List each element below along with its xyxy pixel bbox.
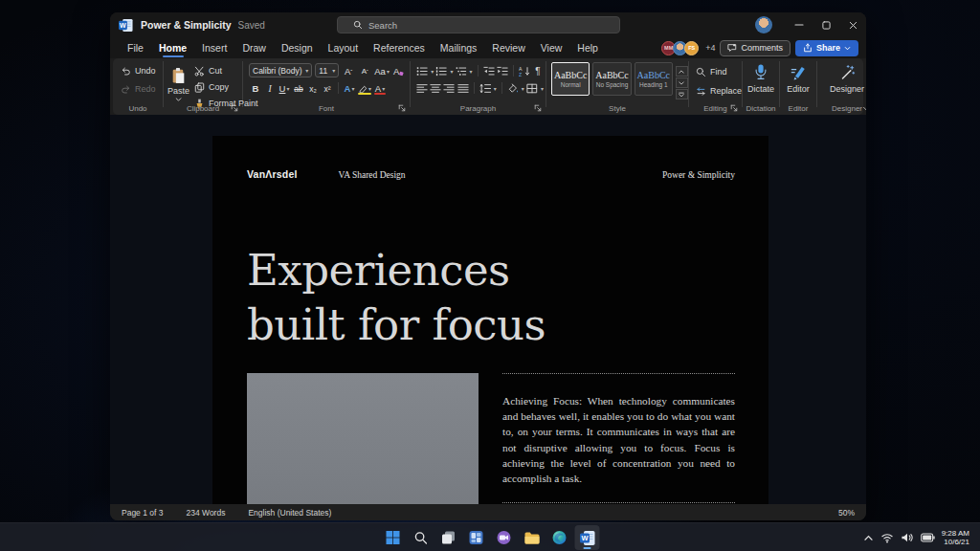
document-canvas[interactable]: VanΛrsdel VA Shared Design Power & Simpl… <box>110 115 866 504</box>
taskbar-search-button[interactable] <box>409 525 434 550</box>
line-spacing-button[interactable] <box>479 81 491 95</box>
style-gallery-down-button[interactable] <box>676 77 688 88</box>
search-icon <box>413 531 428 545</box>
language-indicator[interactable]: English (United States) <box>248 508 331 518</box>
redo-icon <box>121 84 131 95</box>
widgets-button[interactable] <box>464 525 489 550</box>
tab-draw[interactable]: Draw <box>234 37 274 58</box>
decrease-indent-button[interactable] <box>482 64 494 77</box>
collapse-ribbon-chevron-icon[interactable] <box>862 106 866 112</box>
minimize-button[interactable] <box>786 12 813 37</box>
comments-button[interactable]: Comments <box>720 40 791 56</box>
ribbon: Undo Redo Undo <box>113 58 863 115</box>
replace-button[interactable]: Replace <box>696 84 742 98</box>
multilevel-list-button[interactable] <box>455 64 466 77</box>
borders-button[interactable] <box>526 81 538 95</box>
tab-review[interactable]: Review <box>484 37 532 58</box>
share-button[interactable]: Share <box>795 40 858 56</box>
tab-insert[interactable]: Insert <box>194 37 234 58</box>
zoom-level[interactable]: 50% <box>838 508 855 518</box>
shading-button[interactable] <box>507 81 519 95</box>
edge-browser-button[interactable] <box>547 525 572 550</box>
page-indicator[interactable]: Page 1 of 3 <box>122 508 163 518</box>
show-formatting-button[interactable]: ¶ <box>532 64 544 77</box>
tab-references[interactable]: References <box>366 37 433 58</box>
dictate-button[interactable]: Dictate <box>743 58 779 94</box>
redo-button[interactable]: Redo <box>121 82 163 96</box>
tab-help[interactable]: Help <box>569 37 606 58</box>
document-page[interactable]: VanΛrsdel VA Shared Design Power & Simpl… <box>212 136 768 504</box>
font-color-button[interactable]: A▾ <box>373 81 387 95</box>
align-left-button[interactable] <box>416 81 428 95</box>
wifi-icon[interactable] <box>880 532 894 543</box>
word-count[interactable]: 234 Words <box>186 508 225 518</box>
tab-file[interactable]: File <box>120 37 151 58</box>
undo-button[interactable]: Undo <box>121 64 163 77</box>
clear-formatting-button[interactable]: A <box>392 64 406 77</box>
user-avatar[interactable] <box>755 16 772 33</box>
align-right-button[interactable] <box>443 81 455 95</box>
battery-icon[interactable] <box>921 533 935 542</box>
designer-button[interactable]: Designer <box>817 58 866 94</box>
shrink-font-button[interactable]: Aˇ <box>358 64 371 77</box>
dotted-divider-top <box>502 373 735 374</box>
tab-home[interactable]: Home <box>151 37 194 58</box>
ribbon-group-editor: Editor Editor <box>780 58 816 115</box>
paragraph-dialog-launcher-icon[interactable] <box>534 104 542 112</box>
style-normal[interactable]: AaBbCc Normal <box>551 62 590 96</box>
tab-design[interactable]: Design <box>274 37 321 58</box>
editor-button[interactable]: Editor <box>780 58 816 94</box>
clipboard-dialog-launcher-icon[interactable] <box>231 104 238 112</box>
font-dialog-launcher-icon[interactable] <box>398 104 406 112</box>
speaker-icon[interactable] <box>901 532 914 543</box>
dictate-mic-icon <box>752 63 769 82</box>
collaborator-avatars[interactable]: MM FS <box>661 41 699 55</box>
increase-indent-button[interactable] <box>497 64 508 77</box>
superscript-button[interactable]: x² <box>321 81 334 95</box>
more-collaborators[interactable]: +4 <box>705 43 715 53</box>
font-size-select[interactable]: 11▾ <box>315 63 339 77</box>
maximize-button[interactable] <box>813 12 839 37</box>
sort-az-icon: A Z <box>519 66 530 77</box>
desktop: W Power & Simplicity Saved Search <box>0 0 980 551</box>
group-label-font: Font <box>243 104 410 113</box>
chat-button[interactable] <box>492 525 517 550</box>
word-taskbar-button[interactable]: W <box>575 525 600 550</box>
tab-mailings[interactable]: Mailings <box>433 37 485 58</box>
document-image[interactable] <box>247 373 479 504</box>
grow-font-button[interactable]: Aˆ <box>342 64 355 77</box>
subscript-button[interactable]: x₂ <box>306 81 320 95</box>
ribbon-group-undo: Undo Redo Undo <box>113 58 163 115</box>
ribbon-group-style: AaBbCc Normal AaBbCc No Spacing AaBbCc H… <box>546 58 688 115</box>
bullet-list-button[interactable] <box>416 64 428 77</box>
numbered-list-button[interactable] <box>435 64 447 77</box>
underline-button[interactable]: U▾ <box>278 81 291 95</box>
avatar-fs[interactable]: FS <box>684 41 699 55</box>
highlight-color-button[interactable]: ▾ <box>357 81 372 95</box>
change-case-button[interactable]: Aa▾ <box>374 64 390 77</box>
text-effects-button[interactable]: A▾ <box>343 81 356 95</box>
document-heading: Experiences built for focus <box>247 243 546 352</box>
sort-button[interactable]: A Z <box>519 64 530 77</box>
style-heading-1[interactable]: AaBbCc Heading 1 <box>635 62 673 96</box>
style-no-spacing[interactable]: AaBbCc No Spacing <box>592 62 631 96</box>
italic-button[interactable]: I <box>263 81 277 95</box>
task-view-button[interactable] <box>436 525 461 550</box>
editing-dialog-launcher-icon[interactable] <box>730 104 738 112</box>
bold-button[interactable]: B <box>249 81 262 95</box>
justify-button[interactable] <box>457 81 469 95</box>
tab-view[interactable]: View <box>533 37 570 58</box>
start-button[interactable] <box>381 525 406 550</box>
tab-layout[interactable]: Layout <box>321 37 367 58</box>
file-explorer-button[interactable] <box>520 525 545 550</box>
hidden-icons-chevron-icon[interactable] <box>863 534 874 541</box>
style-gallery-expand-button[interactable] <box>676 89 688 99</box>
font-family-select[interactable]: Calibri (Body)▾ <box>249 63 312 77</box>
taskbar-clock[interactable]: 9:28 AM 10/6/21 <box>942 529 969 547</box>
align-center-button[interactable] <box>430 81 441 95</box>
style-gallery-up-button[interactable] <box>676 66 688 77</box>
strikethrough-button[interactable]: ab <box>292 81 305 95</box>
find-button[interactable]: Find <box>696 65 742 78</box>
close-button[interactable] <box>839 12 866 37</box>
search-input[interactable]: Search <box>337 16 620 33</box>
